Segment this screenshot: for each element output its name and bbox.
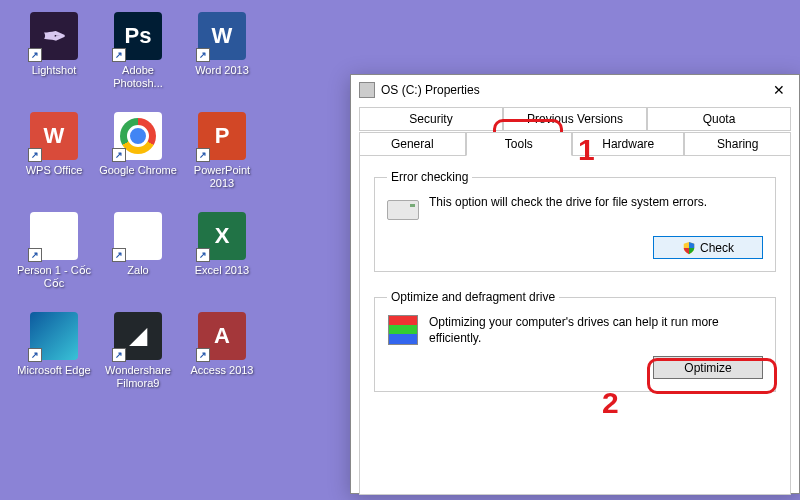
tab-general[interactable]: General (359, 132, 466, 156)
error-checking-desc: This option will check the drive for fil… (429, 194, 763, 210)
desktop-icon-label: Word 2013 (195, 64, 249, 77)
shortcut-arrow-icon: ↗ (112, 348, 126, 362)
desktop-icon[interactable]: ↗Lightshot (12, 12, 96, 112)
desktop-icon[interactable]: W↗WPS Office (12, 112, 96, 212)
shortcut-arrow-icon: ↗ (112, 148, 126, 162)
desktop-icons-grid: ↗LightshotPs↗Adobe Photosh...W↗Word 2013… (12, 12, 264, 412)
close-icon[interactable]: ✕ (759, 75, 799, 105)
shortcut-arrow-icon: ↗ (196, 348, 210, 362)
shortcut-arrow-icon: ↗ (28, 148, 42, 162)
tab-security[interactable]: Security (359, 107, 503, 131)
defrag-icon (387, 314, 419, 346)
properties-window: OS (C:) Properties ✕ Security Previous V… (350, 74, 800, 494)
tab-previous-versions[interactable]: Previous Versions (503, 107, 647, 131)
desktop-icon[interactable]: ↗Microsoft Edge (12, 312, 96, 412)
shortcut-arrow-icon: ↗ (196, 248, 210, 262)
desktop-icon-label: Person 1 - Cốc Cốc (14, 264, 94, 290)
desktop-icon[interactable]: ◔↗Person 1 - Cốc Cốc (12, 212, 96, 312)
optimize-desc: Optimizing your computer's drives can he… (429, 314, 763, 346)
desktop-icon[interactable]: ↗Google Chrome (96, 112, 180, 212)
desktop-icon-label: Google Chrome (99, 164, 177, 177)
desktop-icon[interactable]: P↗PowerPoint 2013 (180, 112, 264, 212)
desktop-icon-label: Microsoft Edge (17, 364, 90, 377)
desktop-icon-label: Wondershare Filmora9 (98, 364, 178, 390)
desktop-icon[interactable]: Ps↗Adobe Photosh... (96, 12, 180, 112)
uac-shield-icon (682, 241, 696, 255)
tab-panel-tools: Error checking This option will check th… (359, 155, 791, 495)
app-icon: ◢↗ (114, 312, 162, 360)
shortcut-arrow-icon: ↗ (196, 148, 210, 162)
shortcut-arrow-icon: ↗ (28, 48, 42, 62)
app-icon: ↗ (30, 312, 78, 360)
tab-quota[interactable]: Quota (647, 107, 791, 131)
tabs-row-2: General Tools Hardware Sharing (351, 130, 799, 155)
tab-sharing[interactable]: Sharing (684, 132, 791, 156)
app-icon: X↗ (198, 212, 246, 260)
optimize-legend: Optimize and defragment drive (387, 290, 559, 304)
desktop-icon-label: WPS Office (26, 164, 83, 177)
app-icon: ↗ (30, 12, 78, 60)
shortcut-arrow-icon: ↗ (28, 348, 42, 362)
desktop-icon-label: Access 2013 (191, 364, 254, 377)
app-icon: ↗ (114, 112, 162, 160)
shortcut-arrow-icon: ↗ (196, 48, 210, 62)
titlebar[interactable]: OS (C:) Properties ✕ (351, 75, 799, 105)
desktop-icon[interactable]: X↗Excel 2013 (180, 212, 264, 312)
app-icon: A↗ (198, 312, 246, 360)
app-icon: Ps↗ (114, 12, 162, 60)
tab-tools[interactable]: Tools (466, 132, 573, 156)
error-checking-legend: Error checking (387, 170, 472, 184)
tabs-row-1: Security Previous Versions Quota (351, 105, 799, 130)
app-icon: ◔↗ (30, 212, 78, 260)
drive-check-icon (387, 194, 419, 226)
desktop-icon-label: PowerPoint 2013 (182, 164, 262, 190)
shortcut-arrow-icon: ↗ (112, 48, 126, 62)
desktop-icon-label: Adobe Photosh... (98, 64, 178, 90)
optimize-button-label: Optimize (684, 361, 731, 375)
drive-icon (359, 82, 375, 98)
check-button-label: Check (700, 241, 734, 255)
desktop-icon-label: Zalo (127, 264, 148, 277)
desktop-icon-label: Excel 2013 (195, 264, 249, 277)
optimize-group: Optimize and defragment drive Optimizing… (374, 290, 776, 392)
desktop-icon[interactable]: Zalo↗Zalo (96, 212, 180, 312)
check-button[interactable]: Check (653, 236, 763, 259)
app-icon: P↗ (198, 112, 246, 160)
shortcut-arrow-icon: ↗ (112, 248, 126, 262)
app-icon: W↗ (198, 12, 246, 60)
shortcut-arrow-icon: ↗ (28, 248, 42, 262)
app-icon: W↗ (30, 112, 78, 160)
desktop-icon[interactable]: ◢↗Wondershare Filmora9 (96, 312, 180, 412)
desktop-icon[interactable]: W↗Word 2013 (180, 12, 264, 112)
app-icon: Zalo↗ (114, 212, 162, 260)
desktop-icon[interactable]: A↗Access 2013 (180, 312, 264, 412)
window-title: OS (C:) Properties (381, 83, 759, 97)
error-checking-group: Error checking This option will check th… (374, 170, 776, 272)
desktop-icon-label: Lightshot (32, 64, 77, 77)
optimize-button[interactable]: Optimize (653, 356, 763, 379)
tab-hardware[interactable]: Hardware (572, 132, 684, 156)
